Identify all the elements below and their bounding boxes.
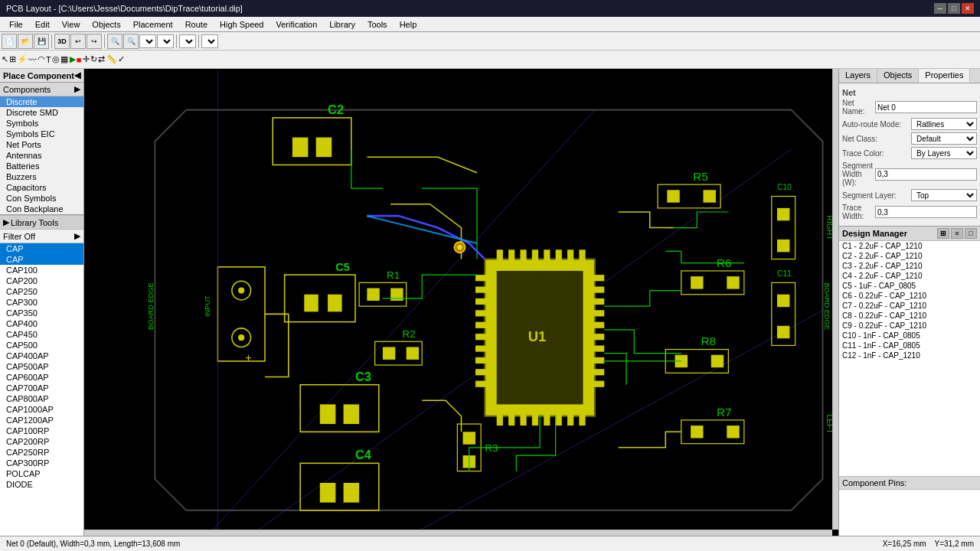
comp-item[interactable]: CAP300: [0, 297, 83, 308]
vertical-scrollbar[interactable]: [832, 69, 838, 530]
net-name-input[interactable]: [875, 101, 977, 113]
tab-objects[interactable]: Objects: [877, 69, 919, 83]
dm-icon3[interactable]: □: [965, 228, 977, 239]
dm-list-item[interactable]: C1 - 2.2uF - CAP_1210: [839, 241, 980, 251]
comp-item[interactable]: CAP300RP: [0, 458, 83, 468]
place-component-header[interactable]: Place Component ◀: [0, 69, 83, 83]
comp-item[interactable]: CAP100RP: [0, 425, 83, 436]
layer-select[interactable]: Top Assy: [179, 34, 196, 48]
dm-icon1[interactable]: ⊞: [937, 228, 949, 239]
comp-item[interactable]: CAP500AP: [0, 361, 83, 372]
stop-button[interactable]: ■: [77, 55, 82, 64]
dm-list-item[interactable]: C6 - 0.22uF - CAP_1210: [839, 291, 980, 301]
trace-button[interactable]: 〰: [28, 55, 37, 64]
filter-header[interactable]: Filter Off ▶: [0, 230, 83, 243]
nav-discrete[interactable]: Discrete: [0, 96, 83, 107]
comp-item[interactable]: CAP600AP: [0, 372, 83, 383]
horizontal-scrollbar[interactable]: [84, 530, 832, 536]
grid-select[interactable]: 0,65 mm: [157, 34, 174, 48]
comp-item[interactable]: CAP700AP: [0, 383, 83, 393]
nav-symbols[interactable]: Symbols: [0, 118, 83, 129]
nav-con-symbols[interactable]: Con Symbols: [0, 193, 83, 204]
tab-properties[interactable]: Properties: [919, 69, 970, 83]
menu-highspeed[interactable]: High Speed: [214, 17, 270, 31]
segment-width-input[interactable]: [875, 168, 977, 181]
route-button[interactable]: ⚡: [17, 54, 28, 64]
dm-list-item[interactable]: C9 - 0.22uF - CAP_1210: [839, 321, 980, 331]
menu-file[interactable]: File: [3, 17, 29, 31]
menu-library[interactable]: Library: [323, 17, 361, 31]
comp-item[interactable]: CAP250: [0, 286, 83, 297]
select-button[interactable]: ↖: [2, 54, 8, 64]
net-select[interactable]: Top (1): [201, 34, 218, 48]
component-button[interactable]: ⊞: [9, 54, 16, 64]
comp-item[interactable]: CAP1000AP: [0, 404, 83, 415]
dm-list-item[interactable]: C3 - 2.2uF - CAP_1210: [839, 261, 980, 271]
maximize-button[interactable]: □: [948, 3, 960, 14]
dm-list-item[interactable]: C10 - 1nF - CAP_0805: [839, 331, 980, 341]
comp-item[interactable]: CAP800AP: [0, 393, 83, 404]
net-class-select[interactable]: Default: [911, 132, 977, 145]
zoom-level-select[interactable]: 319%: [139, 34, 156, 48]
dm-list-item[interactable]: C11 - 1nF - CAP_0805: [839, 341, 980, 350]
component-list[interactable]: CAPCAP100CAP200CAP250CAP300CAP350CAP400C…: [0, 254, 83, 536]
comp-item[interactable]: DIODE: [0, 479, 83, 490]
dm-list-item[interactable]: C4 - 2.2uF - CAP_1210: [839, 271, 980, 281]
pcb-canvas-area[interactable]: BOARD EDGE BOARD EDGE INPUT RIGHT LEFT C…: [84, 69, 838, 536]
comp-item[interactable]: CAP1200AP: [0, 415, 83, 425]
menu-route[interactable]: Route: [179, 17, 214, 31]
tab-layers[interactable]: Layers: [839, 69, 877, 83]
menu-objects[interactable]: Objects: [86, 17, 126, 31]
nav-antennas[interactable]: Antennas: [0, 150, 83, 161]
drc-button[interactable]: ✓: [118, 54, 125, 64]
plane-button[interactable]: ▦: [60, 54, 68, 64]
open-button[interactable]: 📂: [18, 34, 33, 49]
measure-button[interactable]: 📏: [106, 54, 117, 64]
zoom-in-button[interactable]: 🔍: [107, 34, 122, 49]
components-header[interactable]: Components ▶: [0, 83, 83, 96]
zoom-out-button[interactable]: 🔍: [123, 34, 139, 49]
nav-buzzers[interactable]: Buzzers: [0, 171, 83, 182]
comp-item[interactable]: CAP400: [0, 318, 83, 329]
trace-width-input[interactable]: [875, 206, 977, 218]
redo-button[interactable]: ↪: [87, 34, 102, 49]
move-button[interactable]: ✛: [83, 54, 90, 64]
active-category[interactable]: CAP: [0, 243, 83, 254]
trace-color-select[interactable]: By Layers: [911, 147, 977, 159]
menu-help[interactable]: Help: [394, 17, 423, 31]
nav-batteries[interactable]: Batteries: [0, 161, 83, 171]
nav-capacitors[interactable]: Capacitors: [0, 182, 83, 193]
dm-list-item[interactable]: C8 - 0.22uF - CAP_1210: [839, 311, 980, 321]
dm-icon2[interactable]: ≡: [951, 228, 963, 239]
comp-item[interactable]: CAP100: [0, 265, 83, 276]
arc-button[interactable]: ◠: [38, 54, 45, 64]
autoroute-select[interactable]: Ratlines: [911, 118, 977, 130]
menu-view[interactable]: View: [56, 17, 87, 31]
flip-button[interactable]: ⇄: [98, 54, 105, 64]
dm-list-item[interactable]: C5 - 1uF - CAP_0805: [839, 281, 980, 291]
dm-list-item[interactable]: C12 - 1nF - CAP_1210: [839, 350, 980, 360]
via-button[interactable]: ◎: [52, 54, 60, 64]
dm-list-item[interactable]: C7 - 0.22uF - CAP_1210: [839, 301, 980, 311]
rotate-button[interactable]: ↻: [90, 54, 97, 64]
comp-item[interactable]: CAP: [0, 254, 83, 265]
nav-con-backplane[interactable]: Con Backplane: [0, 204, 83, 214]
comp-item[interactable]: POLCAP: [0, 468, 83, 479]
dm-list-item[interactable]: C2 - 2.2uF - CAP_1210: [839, 251, 980, 261]
text-button[interactable]: T: [46, 55, 51, 64]
menu-verification[interactable]: Verification: [270, 17, 324, 31]
library-tools-header[interactable]: ▶ Library Tools: [0, 215, 83, 230]
new-button[interactable]: 📄: [2, 34, 17, 49]
comp-item[interactable]: CAP200: [0, 276, 83, 286]
comp-item[interactable]: CAP200RP: [0, 436, 83, 447]
menu-placement[interactable]: Placement: [127, 17, 179, 31]
comp-item[interactable]: CAP400AP: [0, 350, 83, 361]
design-manager-list[interactable]: C1 - 2.2uF - CAP_1210C2 - 2.2uF - CAP_12…: [839, 241, 980, 476]
minimize-button[interactable]: ─: [934, 3, 946, 14]
menu-edit[interactable]: Edit: [29, 17, 56, 31]
play-button[interactable]: ▶: [70, 54, 76, 64]
close-button[interactable]: ✕: [962, 3, 974, 14]
nav-discrete-smd[interactable]: Discrete SMD: [0, 107, 83, 118]
segment-layer-select[interactable]: Top: [911, 189, 977, 201]
menu-tools[interactable]: Tools: [361, 17, 394, 31]
